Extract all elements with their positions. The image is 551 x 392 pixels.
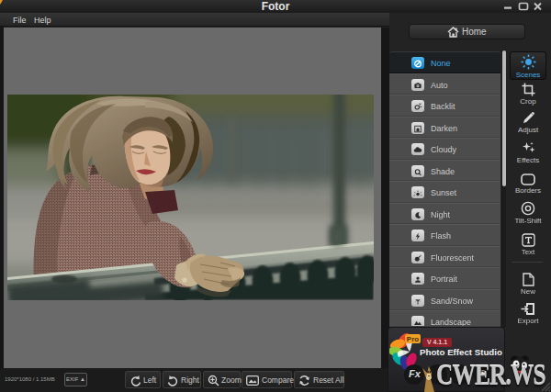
svg-text:Pro: Pro [407,335,419,343]
